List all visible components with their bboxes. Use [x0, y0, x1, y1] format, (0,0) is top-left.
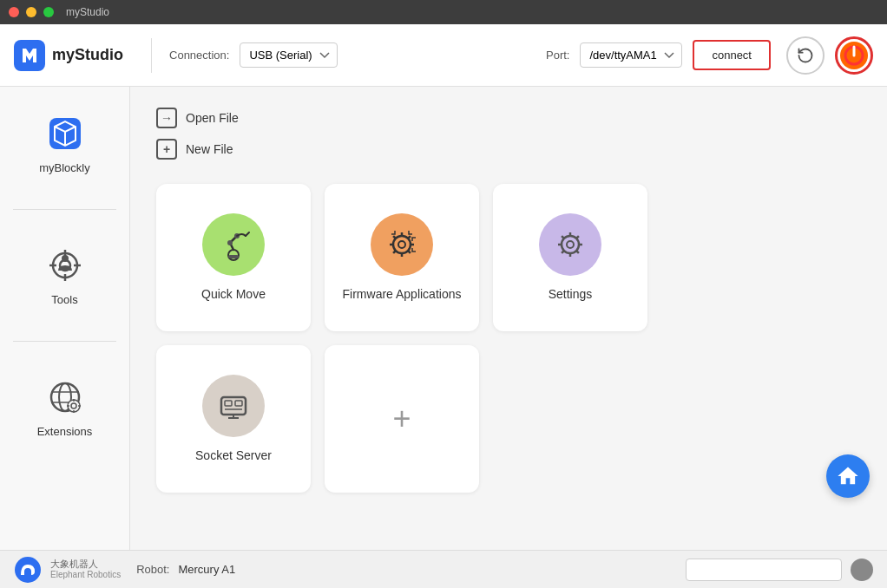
svg-line-35 [408, 236, 411, 238]
svg-rect-48 [225, 401, 232, 406]
titlebar-close[interactable] [9, 7, 19, 17]
titlebar-minimize[interactable] [26, 7, 36, 17]
card-firmware[interactable]: Firmware Applications [325, 184, 479, 331]
svg-point-14 [68, 400, 80, 412]
sidebar-item-myblockly[interactable]: myBlockly [0, 104, 129, 183]
file-actions: → Open File + New File [156, 108, 861, 160]
extensions-label: Extensions [37, 425, 93, 438]
tools-icon [44, 245, 86, 286]
firmware-label: Firmware Applications [343, 286, 462, 302]
svg-point-23 [227, 240, 233, 245]
power-button[interactable] [835, 36, 873, 75]
company-info: 大象机器人 Elephant Robotics [50, 559, 121, 580]
robot-label: Robot: [136, 563, 169, 576]
bottom-bar: 大象机器人 Elephant Robotics Robot: Mercury A… [0, 550, 887, 588]
bottom-search-input[interactable] [686, 559, 842, 581]
refresh-button[interactable] [786, 36, 825, 75]
myblockly-icon [44, 113, 86, 154]
extensions-icon [44, 376, 86, 418]
card-settings[interactable]: Settings [493, 184, 647, 331]
titlebar: myStudio [0, 0, 887, 24]
svg-point-38 [567, 241, 574, 248]
svg-line-43 [562, 236, 564, 238]
port-select[interactable]: /dev/ttyAMA1 /dev/ttyAMA0 /dev/ttyUSB0 [580, 42, 682, 68]
myblockly-label: myBlockly [39, 161, 90, 174]
firmware-icon [371, 213, 433, 276]
sidebar-item-tools[interactable]: Tools [0, 236, 129, 315]
sidebar-divider-2 [13, 341, 116, 342]
main-content: myBlockly [0, 87, 887, 550]
new-file-button[interactable]: + New File [156, 139, 861, 160]
main-wrapper: myBlockly [0, 87, 887, 550]
quick-move-label: Quick Move [201, 286, 266, 302]
cards-grid: Quick Move [156, 184, 861, 493]
svg-point-28 [398, 241, 405, 248]
titlebar-title: myStudio [66, 6, 109, 18]
sidebar-item-extensions[interactable]: Extensions [0, 368, 129, 447]
svg-line-36 [393, 251, 396, 253]
titlebar-maximize[interactable] [43, 7, 54, 17]
connection-select[interactable]: USB (Serial) Bluetooth WiFi [240, 42, 338, 68]
port-label: Port: [546, 49, 569, 62]
company-name-cn: 大象机器人 [50, 559, 121, 570]
home-fab[interactable] [826, 454, 870, 498]
svg-rect-26 [228, 255, 239, 258]
card-socket-server[interactable]: Socket Server [156, 345, 311, 493]
add-icon: + [392, 401, 411, 437]
svg-point-9 [62, 255, 69, 262]
content-area: → Open File + New File [130, 87, 887, 550]
tools-label: Tools [51, 293, 77, 306]
quick-move-icon [202, 213, 265, 276]
sidebar: myBlockly [0, 87, 130, 550]
settings-icon [539, 213, 601, 276]
open-file-label: Open File [186, 111, 239, 125]
company-name-en: Elephant Robotics [50, 570, 121, 580]
sidebar-divider-1 [13, 209, 116, 210]
open-file-button[interactable]: → Open File [156, 108, 861, 128]
settings-label: Settings [549, 286, 593, 302]
elephant-robotics-logo [14, 556, 42, 584]
svg-line-44 [576, 251, 579, 253]
robot-value: Mercury A1 [178, 563, 235, 576]
header: myStudio Connection: USB (Serial) Blueto… [0, 24, 887, 87]
header-divider [151, 38, 152, 73]
svg-point-53 [15, 557, 41, 583]
svg-line-45 [576, 236, 579, 238]
connection-label: Connection: [169, 49, 229, 62]
open-file-icon: → [156, 108, 177, 128]
svg-line-33 [393, 236, 396, 238]
logo-icon [14, 40, 45, 71]
svg-rect-49 [235, 401, 242, 406]
company-logo [14, 556, 42, 584]
socket-server-icon [202, 375, 265, 437]
svg-line-25 [246, 232, 249, 236]
socket-server-label: Socket Server [195, 448, 272, 463]
svg-line-46 [562, 251, 564, 253]
card-add[interactable]: + [325, 345, 479, 493]
logo-area: myStudio [14, 40, 123, 71]
connect-button[interactable]: connect [693, 40, 771, 70]
svg-line-34 [408, 251, 411, 253]
card-quick-move[interactable]: Quick Move [156, 184, 311, 331]
bottom-status-indicator [851, 559, 873, 581]
new-file-icon: + [156, 139, 177, 160]
app-name: myStudio [52, 46, 123, 64]
new-file-label: New File [186, 142, 233, 156]
